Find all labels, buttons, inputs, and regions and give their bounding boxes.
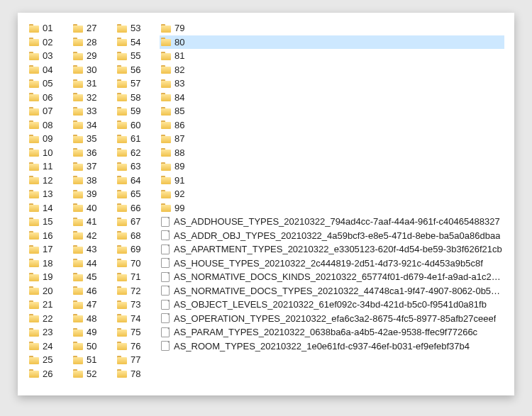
folder-item[interactable]: 28 [72,35,116,50]
folder-item[interactable]: 11 [28,159,72,174]
folder-item[interactable]: 45 [72,270,116,284]
folder-item[interactable]: 92 [160,187,504,201]
folder-item[interactable]: 43 [72,242,116,257]
folder-item[interactable]: 03 [28,49,72,63]
folder-item[interactable]: 10 [28,146,72,160]
folder-item[interactable]: 23 [28,325,72,339]
folder-item[interactable]: 17 [28,242,72,257]
folder-item[interactable]: 65 [116,187,160,201]
folder-item[interactable]: 72 [116,284,160,298]
file-item[interactable]: AS_HOUSE_TYPES_20210322_2c444819-2d51-4d… [160,257,504,271]
folder-item[interactable]: 50 [72,339,116,354]
folder-item[interactable]: 66 [116,201,160,215]
folder-item[interactable]: 29 [72,49,116,63]
folder-item[interactable]: 22 [28,312,72,326]
folder-item[interactable]: 80 [160,35,504,50]
folder-item[interactable]: 12 [28,174,72,188]
folder-item[interactable]: 06 [28,91,72,105]
folder-item[interactable]: 13 [28,187,72,201]
folder-item[interactable]: 89 [160,159,504,174]
folder-item[interactable]: 85 [160,104,504,118]
folder-item[interactable]: 52 [72,367,116,381]
folder-item[interactable]: 88 [160,146,504,160]
folder-item[interactable]: 07 [28,104,72,118]
folder-item[interactable]: 67 [116,215,160,229]
folder-item[interactable]: 59 [116,104,160,118]
folder-item[interactable]: 08 [28,118,72,133]
folder-item[interactable]: 42 [72,229,116,243]
folder-item[interactable]: 60 [116,118,160,133]
folder-item[interactable]: 75 [116,325,160,339]
folder-item[interactable]: 49 [72,325,116,339]
folder-item[interactable]: 77 [116,353,160,367]
folder-item[interactable]: 48 [72,312,116,326]
file-item[interactable]: AS_OBJECT_LEVELS_20210322_61ef092c-34bd-… [160,298,504,312]
folder-item[interactable]: 64 [116,174,160,188]
file-item[interactable]: AS_ADDR_OBJ_TYPES_20210322_4a59bcf3-e8e5… [160,229,504,243]
folder-item[interactable]: 57 [116,77,160,91]
folder-item[interactable]: 05 [28,77,72,91]
folder-item[interactable]: 56 [116,63,160,77]
folder-item[interactable]: 61 [116,132,160,146]
folder-item[interactable]: 18 [28,257,72,271]
folder-item[interactable]: 71 [116,270,160,284]
folder-item[interactable]: 44 [72,257,116,271]
folder-item[interactable]: 84 [160,91,504,105]
folder-item[interactable]: 40 [72,201,116,215]
folder-item[interactable]: 34 [72,118,116,133]
folder-item[interactable]: 58 [116,91,160,105]
folder-item[interactable]: 83 [160,77,504,91]
file-item[interactable]: AS_PARAM_TYPES_20210322_0638ba6a-a4b5-42… [160,325,504,339]
folder-item[interactable]: 41 [72,215,116,229]
folder-item[interactable]: 99 [160,201,504,215]
folder-item[interactable]: 78 [116,367,160,381]
folder-item[interactable]: 26 [28,367,72,381]
folder-item[interactable]: 38 [72,174,116,188]
folder-item[interactable]: 27 [72,21,116,35]
folder-item[interactable]: 20 [28,284,72,298]
folder-item[interactable]: 63 [116,159,160,174]
folder-item[interactable]: 37 [72,159,116,174]
file-item[interactable]: AS_NORMATIVE_DOCS_KINDS_20210322_65774f0… [160,270,504,284]
folder-item[interactable]: 76 [116,339,160,354]
folder-item[interactable]: 53 [116,21,160,35]
folder-item[interactable]: 86 [160,118,504,133]
folder-item[interactable]: 24 [28,339,72,354]
folder-item[interactable]: 36 [72,146,116,160]
folder-item[interactable]: 30 [72,63,116,77]
folder-item[interactable]: 39 [72,187,116,201]
folder-item[interactable]: 79 [160,21,504,35]
folder-item[interactable]: 16 [28,229,72,243]
folder-item[interactable]: 87 [160,132,504,146]
folder-item[interactable]: 21 [28,298,72,312]
folder-item[interactable]: 91 [160,174,504,188]
folder-item[interactable]: 69 [116,242,160,257]
folder-item[interactable]: 25 [28,353,72,367]
file-item[interactable]: AS_APARTMENT_TYPES_20210322_e3305123-620… [160,242,504,257]
folder-item[interactable]: 54 [116,35,160,50]
folder-item[interactable]: 33 [72,104,116,118]
file-item[interactable]: AS_NORMATIVE_DOCS_TYPES_20210322_44748ca… [160,284,504,298]
folder-item[interactable]: 35 [72,132,116,146]
folder-item[interactable]: 46 [72,284,116,298]
folder-item[interactable]: 51 [72,353,116,367]
folder-item[interactable]: 81 [160,49,504,63]
folder-item[interactable]: 31 [72,77,116,91]
folder-item[interactable]: 73 [116,298,160,312]
folder-item[interactable]: 68 [116,229,160,243]
file-item[interactable]: AS_ROOM_TYPES_20210322_1e0e61fd-c937-46e… [160,339,504,354]
folder-item[interactable]: 15 [28,215,72,229]
folder-item[interactable]: 04 [28,63,72,77]
folder-item[interactable]: 19 [28,270,72,284]
folder-item[interactable]: 55 [116,49,160,63]
folder-item[interactable]: 70 [116,257,160,271]
folder-item[interactable]: 62 [116,146,160,160]
folder-item[interactable]: 01 [28,21,72,35]
folder-item[interactable]: 47 [72,298,116,312]
folder-item[interactable]: 09 [28,132,72,146]
folder-item[interactable]: 82 [160,63,504,77]
file-item[interactable]: AS_OPERATION_TYPES_20210322_efa6c3a2-867… [160,312,504,326]
folder-item[interactable]: 32 [72,91,116,105]
file-item[interactable]: AS_ADDHOUSE_TYPES_20210322_794ad4cc-7aaf… [160,215,504,229]
folder-item[interactable]: 74 [116,312,160,326]
